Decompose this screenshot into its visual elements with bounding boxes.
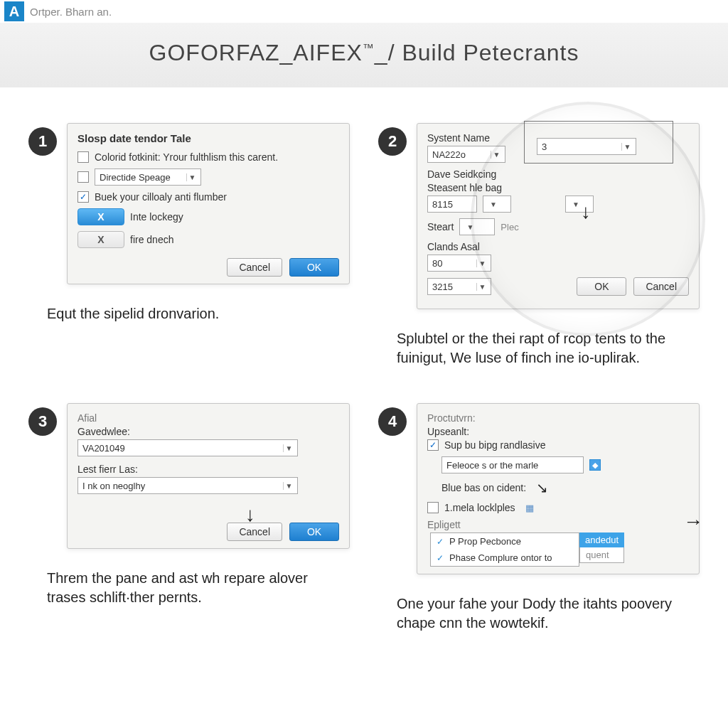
step-number-3: 3 (28, 407, 57, 436)
cancel-button[interactable]: Cancel (227, 258, 282, 277)
step-3: 3 Afial Gavedwlee: VA201049 ▼ Lest fierr… (28, 403, 350, 633)
option-prop-label: P Prop Pecbonce (449, 536, 521, 547)
checkbox-colorid-label: Colorid fotkinit: Yrour fulthlism this c… (95, 151, 278, 163)
label-epligett: Epligett (427, 519, 689, 530)
info-icon: ▦ (525, 503, 534, 513)
banner: GOFORFAZ_AIFEX™_/ Build Petecrants (0, 23, 728, 87)
label-gaved: Gavedwlee: (77, 426, 339, 437)
label-proc: Proctutvrn: (427, 412, 689, 424)
title-right: Build Petecrants (402, 40, 579, 65)
remove-dnech-button[interactable]: X (77, 231, 124, 248)
input-steasent[interactable]: 8115 (427, 196, 477, 213)
label-steart: Steart (427, 221, 454, 232)
step-2-caption: Splubtel or the thei rapt of rcop tents … (378, 329, 700, 368)
remove-lockegy-button[interactable]: X (77, 208, 124, 225)
hint-cell: quent (579, 547, 624, 563)
select-gaved[interactable]: VA201049 ▼ (77, 439, 298, 456)
input-feleoce[interactable]: Feleoce s or the marle (441, 456, 584, 473)
dialog-4: Proctutvrn: Upseanlt: Sup bu bipg randla… (417, 403, 700, 574)
dialog-1: Slosp date tendor Tale Colorid fotkinit:… (67, 123, 350, 284)
ok-button[interactable]: OK (289, 258, 339, 277)
step-3-caption: Threm the pane and ast wh repare alover … (28, 569, 350, 607)
step-number-4: 4 (378, 407, 407, 436)
select-sysname[interactable]: NA222o ▼ (427, 146, 505, 163)
title-left: GOFORFAZ (149, 40, 280, 65)
cancel-button[interactable]: Cancel (227, 523, 282, 541)
ok-button[interactable]: OK (289, 523, 339, 541)
select-steart[interactable]: ▼ (459, 218, 495, 235)
select-bottom-value: 3215 (432, 282, 472, 292)
input-steasent-value: 8115 (432, 199, 473, 210)
select-topright[interactable]: 3 ▼ (537, 138, 636, 155)
step-number-1: 1 (28, 127, 57, 156)
checkbox-buek-label: Buek your cilloaly anti flumber (95, 191, 227, 203)
checkbox-sup[interactable] (427, 439, 439, 451)
checkbox-directide[interactable] (77, 171, 89, 183)
chevron-down-icon: ▼ (621, 143, 633, 151)
chevron-down-icon: ▼ (476, 259, 488, 267)
select-directide-value: Directide Speage (100, 172, 182, 183)
step-4: 4 Proctutvrn: Upseanlt: Sup bu bipg rand… (378, 403, 700, 633)
lookup-icon[interactable]: ◆ (589, 459, 601, 471)
option-phase-label: Phase Complure ontor to (449, 552, 552, 563)
select-topright-value: 3 (542, 141, 617, 152)
select-lest-value: I nk on neoglhy (82, 481, 279, 491)
select-sysname-value: NA222o (432, 149, 486, 160)
listbox-options[interactable]: ✓P Prop Pecbonce ✓Phase Complure ontor t… (430, 532, 579, 567)
select-clands[interactable]: 80 ▼ (427, 255, 491, 272)
input-feleoce-value: Feleoce s or the marle (446, 460, 580, 471)
trademark: ™ (363, 42, 375, 54)
remove-dnech-label: fire dnech (130, 234, 173, 245)
checkbox-colorid[interactable] (77, 151, 89, 163)
page-title: GOFORFAZ_AIFEX™_/ Build Petecrants (0, 40, 728, 66)
chevron-down-icon: ▼ (570, 200, 582, 208)
checkbox-sup-label: Sup bu bipg randlasive (444, 439, 545, 451)
dialog-1-title: Slosp date tendor Tale (77, 132, 339, 144)
label-blue: Blue bas on cident: (441, 482, 526, 493)
highlighted-cell[interactable]: andedut (579, 532, 624, 547)
select-clands-value: 80 (432, 258, 472, 269)
label-dave: Dave Seidkcing (427, 168, 689, 180)
arrow-left-icon: ↘ (536, 479, 548, 496)
remove-lockegy-label: Inte lockegy (130, 211, 183, 223)
ok-button[interactable]: OK (577, 277, 626, 296)
checkbox-mela-label: 1.mela locklples (444, 502, 515, 513)
topbar: A Ortper. Bharn an. (0, 0, 728, 23)
step-number-2: 2 (378, 127, 407, 156)
chevron-down-icon: ▼ (464, 223, 476, 231)
step-4-caption: One your fahe your Dody the itahts poove… (378, 594, 700, 633)
select-steasent-aux[interactable]: ▼ (565, 196, 594, 213)
app-logo-text: Ortper. Bharn an. (30, 6, 112, 18)
select-bottom[interactable]: 3215 ▼ (427, 278, 491, 295)
option-phase[interactable]: ✓Phase Complure ontor to (431, 550, 579, 566)
chevron-down-icon: ▼ (283, 444, 294, 452)
label-afial: Afial (77, 412, 339, 424)
step-1-caption: Equt the sipelid dronvarion. (28, 304, 350, 323)
label-lest: Lest fierr Las: (77, 464, 339, 475)
steps-grid: 1 Slosp date tendor Tale Colorid fotkini… (0, 87, 728, 647)
chevron-down-icon: ▼ (283, 482, 294, 490)
chevron-down-icon: ▼ (488, 200, 499, 208)
select-steasent-unit[interactable]: ▼ (483, 196, 511, 213)
cancel-button[interactable]: Cancel (633, 277, 689, 296)
step-2: 2 Systent Name NA222o ▼ Dave Seidkcing S… (378, 123, 700, 368)
label-steasent: Steasent hle bag (427, 182, 689, 193)
label-upseanlt: Upseanlt: (427, 426, 689, 437)
checkbox-mela[interactable] (427, 502, 439, 513)
chevron-down-icon: ▼ (186, 173, 198, 181)
app-logo-icon: A (4, 1, 24, 21)
label-clands: Clands Asal (427, 241, 689, 252)
select-directide[interactable]: Directide Speage ▼ (95, 168, 201, 186)
chevron-down-icon: ▼ (476, 283, 488, 291)
select-lest[interactable]: I nk on neoglhy ▼ (77, 477, 298, 494)
dialog-3: Afial Gavedwlee: VA201049 ▼ Lest fierr L… (67, 403, 350, 549)
chevron-down-icon: ▼ (491, 151, 502, 159)
step-1: 1 Slosp date tendor Tale Colorid fotkini… (28, 123, 350, 368)
dialog-2: Systent Name NA222o ▼ Dave Seidkcing Ste… (417, 123, 700, 309)
title-brand: AIFEX (293, 40, 362, 65)
select-gaved-value: VA201049 (82, 443, 279, 454)
hint-plec: Plec (500, 222, 518, 232)
checkbox-buek[interactable] (77, 191, 89, 203)
option-prop[interactable]: ✓P Prop Pecbonce (431, 533, 579, 550)
